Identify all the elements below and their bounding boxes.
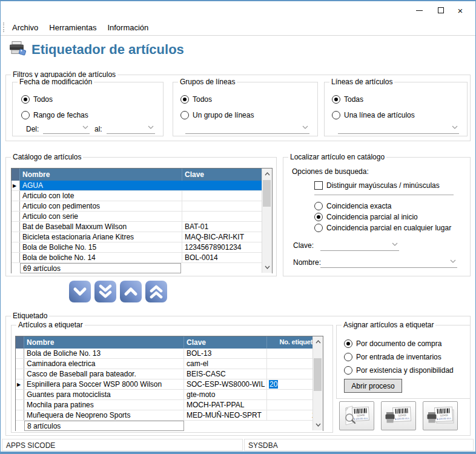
- table-row[interactable]: Articulo con serie: [12, 212, 272, 222]
- cell-nombre[interactable]: Bicicleta estacionaria Ariane Kitres: [20, 232, 182, 242]
- cell-clave[interactable]: gte-moto: [184, 390, 267, 399]
- open-process-button[interactable]: Abrir proceso: [344, 379, 402, 393]
- cell-nombre[interactable]: Articulo con pedimentos: [20, 201, 182, 211]
- scroll-thumb[interactable]: [263, 180, 271, 207]
- cell-nombre[interactable]: Muñequera de Neopreno Sports: [24, 410, 184, 420]
- table-row[interactable]: Guantes para motociclistagte-moto6: [16, 390, 323, 400]
- table-row[interactable]: Caminadora electricacam-el2: [16, 359, 323, 369]
- clave-combobox[interactable]: [320, 239, 399, 251]
- table-row[interactable]: Bola de boliche No. 14BOL-0014: [12, 253, 272, 263]
- radio-una-linea[interactable]: Una línea de artículos: [332, 110, 415, 119]
- table-row[interactable]: Bola de Boliche No. 1512345678901234: [12, 242, 272, 253]
- cell-clave[interactable]: [182, 201, 272, 211]
- minimize-button[interactable]: [409, 1, 429, 19]
- cell-clave[interactable]: [182, 191, 272, 201]
- cell-clave[interactable]: [182, 212, 272, 221]
- radio-rango-fechas[interactable]: Rango de fechas: [21, 110, 88, 119]
- menu-herramientas[interactable]: Herramientas: [44, 21, 102, 35]
- radio-coincidencia-parcial-cualquier[interactable]: Coincidencia parcial en cualquier lugar: [314, 223, 451, 232]
- column-header-nombre[interactable]: Nombre: [24, 336, 184, 349]
- cell-nombre[interactable]: AGUA: [20, 181, 182, 190]
- radio-grupos-todos[interactable]: Todos: [180, 95, 212, 104]
- cell-nombre[interactable]: Bola de Boliche No. 13: [24, 349, 184, 358]
- cell-nombre[interactable]: Articulo con serie: [20, 212, 182, 221]
- remove-selected-button[interactable]: [120, 281, 142, 302]
- row-indicator: ▶: [12, 181, 20, 190]
- cell-clave[interactable]: BEIS-CASC: [184, 369, 267, 379]
- table-row[interactable]: Casco de Baseball para bateador.BEIS-CAS…: [16, 369, 323, 379]
- cell-clave[interactable]: cam-el: [184, 359, 267, 369]
- row-indicator: ▶: [16, 379, 24, 389]
- editing-cell-value[interactable]: 20: [269, 380, 278, 389]
- menu-archivo[interactable]: Archivo: [7, 21, 44, 35]
- group-label: Grupos de líneas: [178, 78, 237, 86]
- radio-por-existencia[interactable]: Por existencia y disponibilidad: [344, 366, 454, 375]
- table-row[interactable]: Bat de Baseball Maxxum WilsonBAT-01: [12, 222, 272, 232]
- cell-nombre[interactable]: Casco de Baseball para bateador.: [24, 369, 184, 379]
- table-row[interactable]: Articulo con pedimentos: [12, 201, 272, 212]
- radio-label: Todos: [33, 95, 53, 104]
- close-button[interactable]: ×: [450, 1, 471, 19]
- table-row[interactable]: Muñequera de Neopreno SportsMED-MUÑ-NEO-…: [16, 410, 323, 421]
- fecha-al-combobox[interactable]: [107, 122, 155, 134]
- cell-clave[interactable]: MED-MUÑ-NEO-SPRT: [184, 410, 267, 420]
- radio-por-entrada-inventarios[interactable]: Por entrada de inventarios: [344, 352, 441, 361]
- title-bar[interactable]: ×: [1, 1, 475, 19]
- fecha-del-combobox[interactable]: [43, 122, 90, 134]
- cell-clave[interactable]: BOL-13: [184, 349, 267, 358]
- print-all-labels-button[interactable]: 123456 $ 100.00 m.n.: [423, 401, 458, 430]
- table-row[interactable]: ▶AGUA: [12, 181, 272, 191]
- cell-clave[interactable]: BAT-01: [182, 222, 272, 232]
- scroll-down-icon[interactable]: [262, 262, 272, 272]
- scroll-up-icon[interactable]: [313, 337, 323, 347]
- grupo-lineas-combobox[interactable]: [185, 122, 309, 134]
- cell-clave[interactable]: 12345678901234: [182, 242, 272, 252]
- row-indicator: [12, 222, 20, 232]
- cell-nombre[interactable]: Guantes para motociclista: [24, 390, 184, 399]
- radio-un-grupo[interactable]: Un grupo de líneas: [180, 110, 254, 119]
- radio-por-documento-compra[interactable]: Por documento de compra: [344, 339, 441, 348]
- table-row[interactable]: Bola de Boliche No. 13BOL-135: [16, 349, 323, 359]
- print-labels-button[interactable]: 123456 $ 100.00 m.n.: [381, 401, 416, 430]
- preview-labels-button[interactable]: 123456 $ 100.00 m.n.: [339, 401, 374, 430]
- cell-nombre[interactable]: Bola de boliche No. 14: [20, 253, 182, 262]
- maximize-button[interactable]: [431, 1, 451, 19]
- cell-nombre[interactable]: Bat de Baseball Maxxum Wilson: [20, 222, 182, 232]
- toolbar-grip-icon[interactable]: [3, 22, 4, 32]
- scroll-thumb[interactable]: [314, 358, 322, 391]
- cell-nombre[interactable]: Espinillera para Soccer WSP 8000 Wilson: [24, 379, 184, 389]
- linea-articulos-combobox[interactable]: [338, 122, 459, 134]
- cell-nombre[interactable]: Mochila para patines: [24, 400, 184, 410]
- labeling-scrollbar[interactable]: [312, 336, 323, 430]
- column-header-nombre[interactable]: Nombre: [20, 169, 182, 181]
- table-row[interactable]: Mochila para patinesMOCH-PAT-PPAL5: [16, 400, 323, 410]
- case-sensitive-checkbox[interactable]: Distinguir mayúsculas / minúsculas: [314, 181, 440, 190]
- add-all-button[interactable]: [94, 281, 116, 302]
- table-row[interactable]: Articulo con lote: [12, 191, 272, 201]
- checkbox-label: Distinguir mayúsculas / minúsculas: [326, 181, 440, 190]
- cell-clave[interactable]: MOCH-PAT-PPAL: [184, 400, 267, 410]
- cell-clave[interactable]: [182, 181, 272, 190]
- cell-nombre[interactable]: Caminadora electrica: [24, 359, 184, 369]
- add-selected-button[interactable]: [69, 281, 91, 302]
- remove-all-button[interactable]: [145, 281, 167, 302]
- radio-coincidencia-exacta[interactable]: Coincidencia exacta: [314, 201, 391, 210]
- cell-clave[interactable]: MAQ-BIC-ARI-KIT: [182, 232, 272, 242]
- cell-nombre[interactable]: Articulo con lote: [20, 191, 182, 201]
- radio-fecha-todos[interactable]: Todos: [21, 95, 53, 104]
- scroll-down-icon[interactable]: [313, 420, 323, 430]
- menu-informacion[interactable]: Información: [102, 21, 154, 35]
- radio-lineas-todas[interactable]: Todas: [332, 95, 363, 104]
- cell-nombre[interactable]: Bola de Boliche No. 15: [20, 242, 182, 252]
- cell-clave[interactable]: SOC-ESP-WS8000-WIL: [184, 379, 267, 389]
- column-header-clave[interactable]: Clave: [184, 336, 267, 349]
- chevron-down-icon: [148, 122, 154, 131]
- column-header-clave[interactable]: Clave: [182, 169, 272, 181]
- table-row[interactable]: Bicicleta estacionaria Ariane KitresMAQ-…: [12, 232, 272, 242]
- nombre-combobox[interactable]: [320, 256, 457, 268]
- catalog-scrollbar[interactable]: [262, 169, 272, 273]
- table-row[interactable]: ▶Espinillera para Soccer WSP 8000 Wilson…: [16, 379, 323, 390]
- radio-coincidencia-parcial-inicio[interactable]: Coincidencia parcial al inicio: [314, 212, 418, 221]
- cell-clave[interactable]: BOL-0014: [182, 253, 272, 262]
- scroll-up-icon[interactable]: [262, 169, 272, 179]
